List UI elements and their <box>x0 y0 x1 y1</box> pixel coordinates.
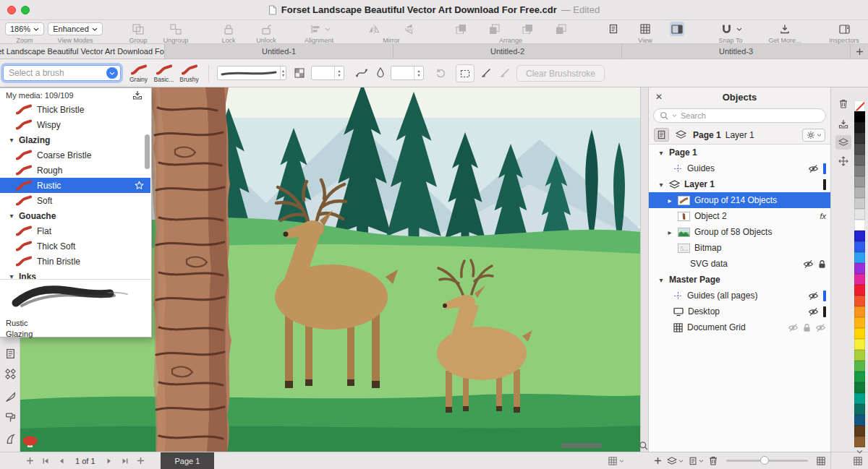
next-page-button[interactable] <box>101 454 117 468</box>
brush-list-scrollbar[interactable] <box>145 134 150 169</box>
size-spinner[interactable]: ▴▾ <box>311 66 344 80</box>
brush-style-brushy-button[interactable]: Brushy <box>177 63 201 85</box>
size-stepper[interactable]: ▴▾ <box>334 66 344 79</box>
color-swatch[interactable] <box>854 209 865 220</box>
color-swatch[interactable] <box>854 285 865 296</box>
visibility-off-icon[interactable] <box>803 259 814 269</box>
transparency-spinner[interactable]: ▴▾ <box>391 66 424 80</box>
apply-brushstroke-button[interactable] <box>481 68 491 78</box>
view-page-button[interactable] <box>606 22 621 36</box>
page-tab-page-1[interactable]: Page 1 <box>161 452 215 469</box>
brush-item-thin-bristle[interactable]: Thin Bristle <box>0 254 150 269</box>
visibility-off-icon[interactable] <box>808 291 819 301</box>
add-page-after-button[interactable] <box>133 454 149 468</box>
document-tab-untitled-2[interactable]: Untitled-2 <box>393 44 622 59</box>
transform-inspector-tab[interactable] <box>835 154 851 168</box>
smear-tool-button[interactable] <box>4 432 17 445</box>
color-swatch[interactable] <box>854 339 865 350</box>
color-swatch[interactable] <box>854 328 865 339</box>
document-tab-untitled-3[interactable]: Untitled-3 <box>622 44 851 59</box>
active-page-icon[interactable] <box>654 128 669 142</box>
chevron-collapsed-icon[interactable]: ▸ <box>666 228 673 236</box>
transparency-drop-icon[interactable] <box>377 67 384 77</box>
brush-style-grainy-button[interactable]: Grainy <box>127 63 150 85</box>
objects-search-field[interactable]: Search <box>653 108 826 123</box>
order-to-back-button[interactable] <box>553 22 568 36</box>
color-swatch[interactable] <box>854 350 865 361</box>
color-swatch[interactable] <box>854 382 865 393</box>
zoom-level-dropdown[interactable]: 186% <box>5 22 44 35</box>
tree-row-desktop[interactable]: Desktop <box>649 304 830 319</box>
fullscreen-window-button[interactable] <box>21 6 30 14</box>
mirror-vertical-button[interactable] <box>401 22 416 36</box>
color-swatch[interactable] <box>854 220 865 231</box>
close-icon[interactable]: ✕ <box>655 92 663 102</box>
color-swatch[interactable] <box>854 436 865 447</box>
color-swatch[interactable] <box>854 122 865 133</box>
color-swatch[interactable] <box>854 198 865 209</box>
active-layer-icon[interactable] <box>673 128 689 142</box>
lock-icon[interactable] <box>818 259 826 269</box>
view-split-button[interactable] <box>670 22 684 36</box>
color-swatch[interactable] <box>854 317 865 328</box>
tree-row-layer-1[interactable]: ▾ Layer 1 <box>649 176 830 192</box>
color-swatch[interactable] <box>854 144 865 155</box>
layer-options-button[interactable] <box>802 129 825 142</box>
add-page-button[interactable] <box>22 454 38 468</box>
color-swatch[interactable] <box>854 415 865 426</box>
brush-item-coarse-bristle[interactable]: Coarse Bristle <box>0 147 150 163</box>
clear-brushstroke-button[interactable]: Clear Brushstroke <box>516 65 605 82</box>
undo-stroke-button[interactable] <box>435 68 446 77</box>
brush-item-rough[interactable]: Rough <box>0 163 150 178</box>
color-swatch[interactable] <box>854 165 865 176</box>
tree-row-group-214-selected[interactable]: ▸ Group of 214 Objects <box>649 192 830 208</box>
brush-section-inks[interactable]: ▾ Inks <box>0 269 150 279</box>
first-page-button[interactable] <box>38 454 54 468</box>
mirror-horizontal-button[interactable] <box>367 22 381 36</box>
texture-pattern-icon[interactable] <box>294 68 305 78</box>
color-swatch[interactable] <box>854 176 865 187</box>
brush-picker-combobox[interactable]: Select a brush <box>3 65 121 81</box>
brush-section-gouache[interactable]: ▾ Gouache <box>0 208 150 223</box>
artboard-tool-button[interactable] <box>4 347 17 360</box>
brush-section-glazing[interactable]: ▾ Glazing <box>0 132 150 147</box>
color-swatch[interactable] <box>854 306 865 317</box>
last-page-button[interactable] <box>117 454 133 468</box>
brush-picker-dropdown-button[interactable] <box>106 67 118 79</box>
import-media-icon[interactable] <box>132 90 142 100</box>
color-swatch[interactable] <box>854 274 865 285</box>
color-swatch[interactable] <box>854 231 865 241</box>
remove-brushstroke-button[interactable] <box>500 68 510 78</box>
brush-item-soft[interactable]: Soft <box>0 193 150 208</box>
no-color-swatch[interactable] <box>854 100 865 111</box>
brush-item-thick-soft[interactable]: Thick Soft <box>0 238 150 254</box>
ungroup-button[interactable] <box>169 22 183 36</box>
color-swatch[interactable] <box>854 296 865 306</box>
stroke-width-combobox[interactable]: ▴▾ <box>217 66 286 80</box>
color-swatch[interactable] <box>854 155 865 165</box>
unlock-button[interactable] <box>259 22 273 36</box>
brush-item-thick-bristle[interactable]: Thick Bristle <box>0 102 150 117</box>
brush-item-flat[interactable]: Flat <box>0 223 150 238</box>
tree-row-guides-all-pages[interactable]: Guides (all pages) <box>649 288 830 304</box>
view-grid-button[interactable] <box>638 22 652 36</box>
color-swatch[interactable] <box>854 393 865 404</box>
group-button[interactable] <box>131 22 145 36</box>
visibility-off-icon[interactable] <box>808 164 819 173</box>
document-tab-active[interactable]: Forset Landscape Beautiful Vector Art Do… <box>0 44 165 59</box>
palette-options-icon[interactable] <box>854 457 862 465</box>
tree-row-guides[interactable]: Guides <box>649 160 830 176</box>
pattern-tool-button[interactable] <box>4 367 17 380</box>
order-backward-button[interactable] <box>520 22 535 36</box>
color-swatch[interactable] <box>854 426 865 436</box>
new-layer-dropdown[interactable] <box>667 457 684 465</box>
brush-style-basic-button[interactable]: Basic... <box>152 63 176 85</box>
snap-to-button[interactable] <box>720 22 734 36</box>
palette-scroll-down-icon[interactable] <box>856 449 863 454</box>
visibility-off-icon[interactable] <box>808 307 819 317</box>
slider-knob[interactable] <box>760 456 769 465</box>
brush-item-rustic-selected[interactable]: Rustic <box>0 178 150 193</box>
objects-inspector-tab[interactable] <box>835 135 851 150</box>
new-master-layer-dropdown[interactable] <box>689 457 704 465</box>
brush-item-wispy[interactable]: Wispy <box>0 117 150 132</box>
